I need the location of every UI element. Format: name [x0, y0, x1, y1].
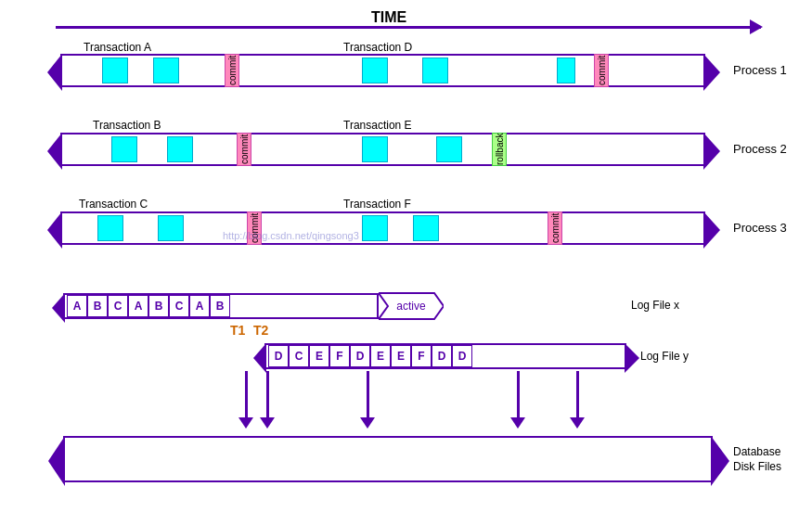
- arrow-line-t2: [266, 371, 269, 417]
- p3-cyan3: [362, 215, 388, 241]
- db-label: Database Disk Files: [733, 445, 781, 474]
- p2-trans-e: Transaction E: [343, 119, 412, 132]
- p3-right-arrow: [703, 211, 720, 249]
- logx-cell-5: B: [148, 295, 169, 317]
- arrow-head-5: [570, 417, 585, 429]
- p3-trans-f: Transaction F: [343, 198, 411, 211]
- logy-cells: D C E F D E E F D D: [266, 345, 474, 367]
- p1-cyan5: [557, 58, 575, 83]
- active-hex-svg: active: [379, 291, 444, 321]
- p1-cyan3: [362, 58, 388, 83]
- time-label: TIME: [371, 9, 406, 26]
- logy-cell-2: C: [289, 345, 309, 367]
- p2-cyan4: [436, 136, 462, 162]
- logx-cell-6: C: [169, 295, 189, 317]
- p1-cyan4: [422, 58, 448, 83]
- p1-commit2: commit: [594, 54, 609, 87]
- p3-left-notch: [47, 211, 62, 249]
- arrow-head-t1: [238, 417, 253, 429]
- watermark: http://blog.csdn.net/qingsong3: [223, 230, 359, 241]
- active-hex-container: active: [379, 291, 444, 325]
- p2-label: Process 2: [733, 142, 787, 156]
- time-arrow: [56, 26, 761, 29]
- logy-right-arrow: [625, 343, 639, 373]
- logy-cell-5: D: [350, 345, 370, 367]
- logy-cell-1: D: [268, 345, 289, 367]
- logx-cell-1: A: [67, 295, 87, 317]
- down-arrow-4: [510, 371, 525, 429]
- p3-cyan1: [97, 215, 123, 241]
- p2-right-arrow: [703, 133, 720, 170]
- logy-cell-7: E: [391, 345, 411, 367]
- p2-commit1: commit: [237, 133, 251, 166]
- arrow-line-5: [576, 371, 579, 417]
- p2-cyan2: [167, 136, 193, 162]
- arrow-line-t1: [245, 371, 248, 417]
- db-left-notch: [48, 436, 65, 486]
- db-right-arrow: [711, 436, 729, 486]
- t2-label: T2: [253, 323, 268, 338]
- logy-left-notch: [253, 343, 266, 373]
- logx-cell-8: B: [210, 295, 230, 317]
- logy-cell-4: F: [329, 345, 350, 367]
- t1-label: T1: [230, 323, 245, 338]
- p3-trans-c: Transaction C: [79, 198, 148, 211]
- arrow-head-t2: [260, 417, 275, 429]
- logx-cells: A B C A B C A B: [65, 295, 232, 317]
- logy-cell-6: E: [370, 345, 391, 367]
- diagram: TIME commit commit Process 1 Transaction…: [0, 0, 812, 525]
- p1-left-notch: [47, 54, 62, 91]
- p3-label: Process 3: [733, 221, 787, 235]
- p1-commit1: commit: [225, 54, 239, 87]
- db-band: [63, 436, 713, 482]
- p2-trans-b: Transaction B: [93, 119, 161, 132]
- p2-left-notch: [47, 133, 62, 170]
- logx-band: A B C A B C A B: [63, 293, 379, 319]
- p1-cyan1: [102, 58, 128, 83]
- down-arrow-t2: [260, 371, 275, 429]
- arrow-head-4: [510, 417, 525, 429]
- p1-trans-a: Transaction A: [84, 41, 151, 54]
- svg-text:active: active: [396, 300, 426, 313]
- logy-cell-10: D: [452, 345, 472, 367]
- logy-band: D C E F D E E F D D: [264, 343, 626, 369]
- logx-left-notch: [52, 293, 65, 323]
- p1-cyan2: [153, 58, 179, 83]
- p1-trans-d: Transaction D: [343, 41, 412, 54]
- arrow-head-3: [360, 417, 375, 429]
- p2-cyan1: [111, 136, 137, 162]
- p1-right-arrow: [703, 54, 720, 91]
- logx-cell-4: A: [128, 295, 148, 317]
- arrow-line-3: [367, 371, 369, 417]
- logy-cell-3: E: [309, 345, 329, 367]
- p2-rollback: rollback: [492, 133, 507, 166]
- logx-cell-2: B: [87, 295, 108, 317]
- arrow-line-4: [517, 371, 520, 417]
- p3-cyan2: [158, 215, 184, 241]
- logy-cell-9: D: [432, 345, 452, 367]
- p3-cyan4: [413, 215, 439, 241]
- logx-label: Log File x: [631, 299, 679, 312]
- p3-commit2: commit: [548, 211, 562, 245]
- p1-label: Process 1: [733, 63, 787, 77]
- logy-cell-8: F: [411, 345, 432, 367]
- logx-cell-3: C: [108, 295, 128, 317]
- down-arrow-5: [570, 371, 585, 429]
- down-arrow-3: [360, 371, 375, 429]
- logy-label: Log File y: [640, 350, 689, 363]
- down-arrow-t1: [238, 371, 253, 429]
- p2-cyan3: [362, 136, 388, 162]
- logx-cell-7: A: [189, 295, 210, 317]
